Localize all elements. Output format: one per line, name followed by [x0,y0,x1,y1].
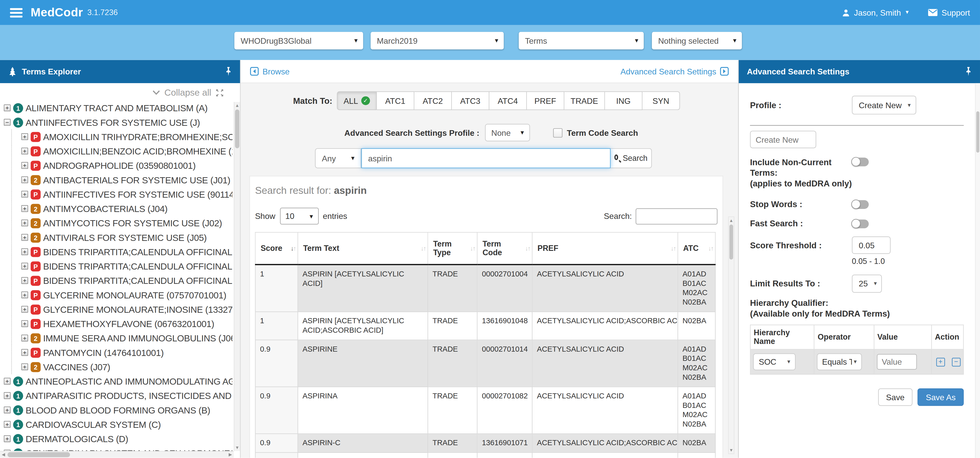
term-label[interactable]: ANTIMYCOTICS FOR SYSTEMIC USE (J02) [43,218,222,228]
term-label[interactable]: ANDROGRAPHOLIDE (03590801001) [43,160,196,170]
expand-node-icon[interactable]: + [21,205,28,212]
tree-item[interactable]: +2ANTIVIRALS FOR SYSTEMIC USE (J05) [21,230,232,244]
support-link[interactable]: Support [928,8,970,18]
tree-item[interactable]: +PANDROGRAPHOLIDE (03590801001) [21,158,232,172]
term-label[interactable]: AMOXICILLIN TRIHYDRATE;BROMHEXINE;SODI [43,132,232,142]
expand-node-icon[interactable]: + [21,349,28,356]
term-label[interactable]: HEXAMETHOXYFLAVONE (06763201001) [43,319,215,329]
match-to-atc1-button[interactable]: ATC1 [377,91,415,110]
column-header-term-code[interactable]: Term Code↓↑ [477,233,532,265]
tree-item[interactable]: +PBIDENS TRIPARTITA;CALENDULA OFFICINALI… [21,259,232,273]
tree-item[interactable]: +PAMOXICILLIN;BENZOIC ACID;BROMHEXINE (1… [21,144,232,158]
tree-item[interactable]: +PANTIINFECTIVES FOR SYSTEMIC USE (90114… [21,187,232,201]
expand-node-icon[interactable]: + [21,176,28,184]
scroll-down-icon[interactable]: ▼ [729,447,734,454]
hierarchy-name-select[interactable]: SOC▼ [753,353,795,370]
expand-node-icon[interactable]: + [21,148,28,155]
fast-search-toggle[interactable] [852,219,869,228]
result-row[interactable]: 0.9ASPIRINETRADE00002701014ACETYLSALICYL… [255,340,715,387]
tree-item[interactable]: +2ANTIMYCOTICS FOR SYSTEMIC USE (J02) [21,216,232,230]
term-label[interactable]: ALIMENTARY TRACT AND METABOLISM (A) [25,103,207,113]
expand-node-icon[interactable]: + [4,378,11,385]
match-to-ing-button[interactable]: ING [605,91,643,110]
tree-item[interactable]: +PHEXAMETHOXYFLAVONE (06763201001) [21,317,232,331]
term-label[interactable]: GLYCERINE MONOLAURATE (07570701001) [43,290,226,300]
scrollbar-thumb[interactable] [235,109,239,148]
tree-item[interactable]: +2ANTIBACTERIALS FOR SYSTEMIC USE (J01) [21,172,232,187]
page-size-select[interactable]: 10▼ [280,207,319,225]
column-header-atc[interactable]: ATC↓↑ [678,233,715,265]
expand-node-icon[interactable]: + [4,407,11,413]
score-threshold-input[interactable] [852,236,891,254]
term-label[interactable]: ANTIINFECTIVES FOR SYSTEMIC USE (9011450 [43,189,232,199]
qualifier-value-input[interactable] [877,354,917,370]
term-label[interactable]: ANTIBACTERIALS FOR SYSTEMIC USE (J01) [43,175,231,185]
dictionary-select[interactable]: WHODrugB3Global▼ [234,32,363,49]
result-row[interactable]: 0.9ASPIRINE-CTRADE13616901076ACETYLSALIC… [255,453,715,458]
term-label[interactable]: ANTIMYCOBACTERIALS (J04) [43,204,168,214]
tree-item[interactable]: +1DERMATOLOGICALS (D) [4,432,232,446]
scrollbar-thumb[interactable] [7,452,70,458]
column-header-term-text[interactable]: Term Text↓↑ [298,233,428,265]
term-label[interactable]: BIDENS TRIPARTITA;CALENDULA OFFICINALIS [43,261,232,271]
scroll-down-icon[interactable]: ▼ [234,444,240,451]
table-filter-input[interactable] [636,208,717,224]
match-to-syn-button[interactable]: SYN [643,91,680,110]
expand-node-icon[interactable]: + [21,292,28,298]
result-row[interactable]: 1ASPIRIN [ACETYLSALICYLIC ACID;ASCORBIC … [255,312,715,340]
match-to-pref-button[interactable]: PREF [527,91,565,110]
expand-node-icon[interactable]: + [21,306,28,313]
create-profile-name-input[interactable] [750,131,816,148]
scroll-up-icon[interactable]: ▲ [729,217,734,224]
column-header-pref[interactable]: PREF↓↑ [532,233,678,265]
save-button[interactable]: Save [878,388,913,406]
expand-node-icon[interactable]: + [21,133,28,140]
match-to-trade-button[interactable]: TRADE [564,91,605,110]
column-header-term-type[interactable]: Term Type↓↑ [428,233,477,265]
profile-select[interactable]: Create New▼ [852,96,916,114]
search-query-input[interactable] [361,148,611,168]
term-code-search-checkbox[interactable] [553,128,563,137]
operator-select[interactable]: Equals To▼ [817,353,862,370]
expand-node-icon[interactable]: + [21,234,28,241]
term-label[interactable]: BIDENS TRIPARTITA;CALENDULA OFFICINALIS [43,247,232,257]
expand-node-icon[interactable]: + [21,320,28,327]
term-label[interactable]: CARDIOVASCULAR SYSTEM (C) [25,420,161,429]
term-label[interactable]: DERMATOLOGICALS (D) [25,434,128,444]
term-label[interactable]: AMOXICILLIN;BENZOIC ACID;BROMHEXINE (11 [43,146,232,156]
match-to-atc2-button[interactable]: ATC2 [414,91,452,110]
tree-item[interactable]: +PGLYCERINE MONOLAURATE;INOSINE (1332790 [21,302,232,316]
term-label[interactable]: BIDENS TRIPARTITA;CALENDULA OFFICINALIS; [43,275,232,286]
scroll-up-icon[interactable]: ▲ [234,102,240,109]
tree-item[interactable]: +PAMOXICILLIN TRIHYDRATE;BROMHEXINE;SODI [21,129,232,144]
tree-item[interactable]: +1ANTIPARASITIC PRODUCTS, INSECTICIDES A… [4,388,232,403]
result-row[interactable]: 0.9ASPIRINATRADE00002701082ACETYLSALICYL… [255,387,715,434]
expand-node-icon[interactable]: + [4,392,11,399]
term-label[interactable]: PANTOMYCIN (14764101001) [43,348,164,357]
pin-icon[interactable] [225,67,232,77]
view-select[interactable]: Terms▼ [519,32,644,49]
add-qualifier-icon[interactable]: + [936,357,945,366]
result-row[interactable]: 1ASPIRIN [ACETYLSALICYLIC ACID]TRADE0000… [255,265,715,312]
include-non-current-toggle[interactable] [852,158,869,166]
tree-item[interactable]: +PBIDENS TRIPARTITA;CALENDULA OFFICINALI… [21,273,232,288]
result-row[interactable]: 0.9ASPIRIN-CTRADE13616901071ACETYLSALICY… [255,434,715,452]
term-label[interactable]: ANTIINFECTIVES FOR SYSTEMIC USE (J) [25,117,200,128]
term-label[interactable]: IMMUNE SERA AND IMMUNOGLOBULINS (J06) [43,333,232,343]
browse-back-link[interactable]: Browse [250,67,290,76]
term-label[interactable]: ANTINEOPLASTIC AND IMMUNOMODULATING AGEN [25,376,232,386]
expand-node-icon[interactable]: + [21,248,28,255]
selection-multiselect[interactable]: Nothing selected▼ [652,32,742,49]
dictionary-version-select[interactable]: March2019▼ [371,32,504,49]
collapse-all-button[interactable]: Collapse all [0,88,224,97]
pin-icon[interactable] [965,67,972,77]
tree-vertical-scrollbar[interactable]: ▲ ▼ [234,102,240,452]
tree-item[interactable]: −1ANTIINFECTIVES FOR SYSTEMIC USE (J) [4,115,232,129]
term-label[interactable]: ANTIVIRALS FOR SYSTEMIC USE (J05) [43,233,207,243]
remove-qualifier-icon[interactable]: − [952,357,961,366]
term-label[interactable]: GLYCERINE MONOLAURATE;INOSINE (1332790 [43,304,232,314]
scroll-left-icon[interactable]: ◀ [0,452,7,458]
tree-item[interactable]: +1CARDIOVASCULAR SYSTEM (C) [4,417,232,431]
tree-item[interactable]: +1BLOOD AND BLOOD FORMING ORGANS (B) [4,403,232,417]
settings-vertical-scrollbar[interactable] [975,83,980,458]
